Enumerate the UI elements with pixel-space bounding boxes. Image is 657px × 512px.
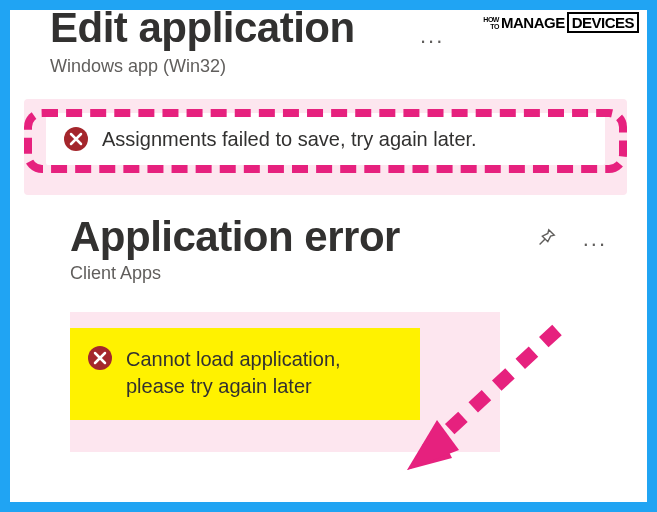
error-icon	[88, 346, 112, 370]
logo-howto: HOW TO	[483, 16, 499, 30]
error-banner-bg: Cannot load application, please try agai…	[70, 312, 500, 452]
error-banner-text: Assignments failed to save, try again la…	[102, 128, 477, 151]
error-icon	[64, 127, 88, 151]
error-banner-highlight: Cannot load application, please try agai…	[70, 328, 420, 420]
site-logo: HOW TO MANAGE DEVICES	[483, 12, 639, 33]
frame: HOW TO MANAGE DEVICES Edit application W…	[0, 0, 657, 512]
application-error-panel: Application error Client Apps ···	[10, 213, 647, 284]
more-menu-button[interactable]: ···	[583, 231, 607, 257]
page-subtitle: Client Apps	[70, 263, 647, 284]
logo-manage: MANAGE	[501, 14, 565, 31]
error-banner-highlight: Assignments failed to save, try again la…	[24, 99, 627, 195]
logo-devices: DEVICES	[567, 12, 639, 33]
error-banner: Assignments failed to save, try again la…	[46, 113, 605, 165]
pin-button[interactable]	[535, 227, 557, 253]
error-banner-wrap: Cannot load application, please try agai…	[70, 312, 500, 452]
page-subtitle: Windows app (Win32)	[50, 56, 647, 77]
error-banner-bg: Assignments failed to save, try again la…	[24, 99, 627, 195]
page-title: Application error	[70, 213, 647, 261]
error-banner-text: Cannot load application, please try agai…	[126, 346, 402, 400]
more-menu-button[interactable]: ···	[420, 28, 444, 54]
